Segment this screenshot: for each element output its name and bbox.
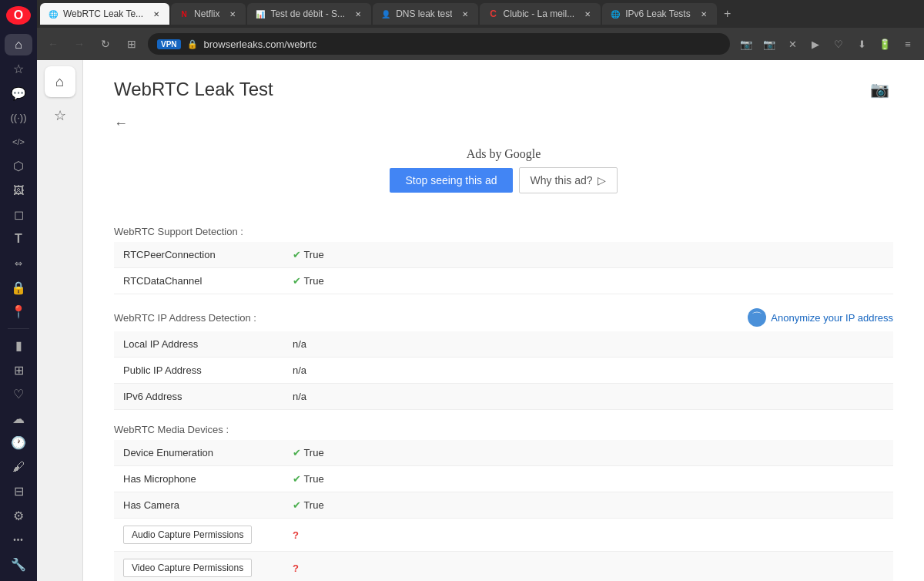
sidebar-divider xyxy=(8,328,29,329)
screenshot-icon[interactable]: 📷 xyxy=(736,34,756,54)
tab-clubic[interactable]: C Clubic - La meil... ✕ xyxy=(480,3,601,25)
sidebar-icon-star[interactable]: ☆ xyxy=(5,59,32,79)
browser-menu-button[interactable]: ⊞ xyxy=(122,34,142,54)
page-content: ⌂ ☆ WebRTC Leak Test 📷 ← Ads by Google S… xyxy=(37,60,924,581)
webrtc-ip-table: Local IP Address n/a Public IP Address n… xyxy=(114,331,893,410)
sidebar-icon-radio[interactable]: ((·)) xyxy=(5,107,32,128)
camera-icon[interactable]: 📷 xyxy=(759,34,779,54)
table-row: Has Camera ✔ True xyxy=(114,492,893,519)
address-actions: 📷 📷 ✕ ▶ ♡ ⬇ 🔋 ≡ xyxy=(736,34,918,54)
tab-close-webrtc[interactable]: ✕ xyxy=(151,8,162,19)
sidebar-icon-text[interactable]: T xyxy=(5,228,32,249)
device-enum-label: Device Enumeration xyxy=(114,440,283,466)
page-title: WebRTC Leak Test xyxy=(114,79,273,100)
sidebar-icon-extensions[interactable]: ⬡ xyxy=(5,156,32,176)
rtcdata-value: ✔ True xyxy=(283,268,893,294)
camera-action-icon[interactable]: 📷 xyxy=(865,76,893,103)
webrtc-media-heading: WebRTC Media Devices : xyxy=(114,416,893,440)
tab-netflix[interactable]: N Netflix ✕ xyxy=(171,3,246,25)
table-row: Public IP Address n/a xyxy=(114,358,893,384)
sidebar-icon-bars[interactable]: ▮ xyxy=(5,335,32,356)
sidebar-icon-heart[interactable]: ♡ xyxy=(5,384,32,405)
tab-close-debit[interactable]: ✕ xyxy=(353,8,363,19)
nordvpn-link[interactable]: ⌒ Anonymize your IP address xyxy=(748,308,893,327)
video-capture-button[interactable]: Video Capture Permissions xyxy=(123,559,252,577)
table-row: RTCPeerConnection ✔ True xyxy=(114,242,893,268)
tab-debit[interactable]: 📊 Test de débit - S... ✕ xyxy=(247,3,371,25)
tab-title-clubic: Clubic - La meil... xyxy=(503,8,574,19)
download-icon[interactable]: ⬇ xyxy=(852,34,872,54)
table-row: Has Microphone ✔ True xyxy=(114,466,893,492)
table-row: RTCDataChannel ✔ True xyxy=(114,268,893,294)
play-icon[interactable]: ▶ xyxy=(805,34,825,54)
rtcpeer-label: RTCPeerConnection xyxy=(114,242,283,268)
page-title-row: WebRTC Leak Test 📷 xyxy=(114,76,893,103)
panel-icon-home[interactable]: ⌂ xyxy=(45,66,75,97)
heart-icon[interactable]: ♡ xyxy=(829,34,849,54)
tab-close-dns[interactable]: ✕ xyxy=(460,8,470,19)
reload-button[interactable]: ↻ xyxy=(95,34,116,54)
sidebar-icon-wrench[interactable]: 🔧 xyxy=(5,553,32,574)
sidebar-icon-settings[interactable]: ⚙ xyxy=(5,505,32,526)
tab-title-dns: DNS leak test xyxy=(396,8,452,19)
opera-sidebar: O ⌂ ☆ 💬 ((·)) </> ⬡ 🖼 ◻ T ⇔ 🔒 📍 ▮ ⊞ ♡ ☁ … xyxy=(0,0,37,581)
sidebar-icon-more[interactable]: ••• xyxy=(5,529,32,550)
audio-capture-button[interactable]: Audio Capture Permissions xyxy=(123,526,252,544)
why-ad-label: Why this ad? xyxy=(531,174,593,186)
ipv6-label: IPv6 Address xyxy=(114,384,283,410)
main-page: WebRTC Leak Test 📷 ← Ads by Google Stop … xyxy=(83,60,924,581)
webrtc-media-table: Device Enumeration ✔ True Has Microphone… xyxy=(114,440,893,581)
nordvpn-icon: ⌒ xyxy=(748,308,766,327)
back-button[interactable]: ← xyxy=(43,34,63,54)
battery-icon[interactable]: 🔋 xyxy=(875,34,895,54)
stop-ad-button[interactable]: Stop seeing this ad xyxy=(390,168,512,193)
ads-by-text: Ads by xyxy=(467,147,502,160)
sidebar-icon-image[interactable]: 🖼 xyxy=(5,180,32,200)
webrtc-support-heading: WebRTC Support Detection : xyxy=(114,218,893,242)
tab-dns[interactable]: 👤 DNS leak test ✕ xyxy=(373,3,478,25)
sidebar-icon-windows[interactable]: ⊟ xyxy=(5,481,32,502)
opera-logo[interactable]: O xyxy=(6,6,31,25)
menu-icon[interactable]: ≡ xyxy=(898,34,918,54)
sidebar-icon-messenger[interactable]: 💬 xyxy=(5,82,32,103)
ipv6-value: n/a xyxy=(283,384,893,410)
ad-section: Ads by Google Stop seeing this ad Why th… xyxy=(114,138,893,203)
tab-bar: 🌐 WebRTC Leak Te... ✕ N Netflix ✕ 📊 Test… xyxy=(37,0,924,28)
tab-title-webrtc: WebRTC Leak Te... xyxy=(63,8,143,19)
sidebar-icon-grid[interactable]: ⊞ xyxy=(5,360,32,381)
webrtc-support-table: RTCPeerConnection ✔ True RTCDataChannel … xyxy=(114,242,893,294)
sidebar-icon-lock[interactable]: 🔒 xyxy=(5,277,32,297)
back-button-page[interactable]: ← xyxy=(114,116,893,132)
tab-ipv6[interactable]: 🌐 IPv6 Leak Tests ✕ xyxy=(602,3,717,25)
tab-close-netflix[interactable]: ✕ xyxy=(227,8,238,19)
url-text: browserleaks.com/webrtc xyxy=(204,39,317,50)
address-input[interactable]: VPN 🔒 browserleaks.com/webrtc xyxy=(148,33,730,55)
sidebar-icon-arrows[interactable]: ⇔ xyxy=(5,253,32,274)
why-ad-button[interactable]: Why this ad? ▷ xyxy=(519,167,618,193)
google-text: Google xyxy=(504,147,541,160)
public-ip-value: n/a xyxy=(283,358,893,384)
tab-close-clubic[interactable]: ✕ xyxy=(582,8,593,19)
tab-close-ipv6[interactable]: ✕ xyxy=(698,8,709,19)
webrtc-ip-heading: WebRTC IP Address Detection : xyxy=(114,312,256,324)
sidebar-icon-code[interactable]: </> xyxy=(5,131,32,152)
sidebar-icon-brush[interactable]: 🖌 xyxy=(5,456,32,477)
microphone-label: Has Microphone xyxy=(114,466,283,492)
rtcdata-label: RTCDataChannel xyxy=(114,268,283,294)
ads-by-google-label: Ads by Google xyxy=(123,147,884,161)
tab-favicon-clubic: C xyxy=(487,8,498,19)
sidebar-icon-steam[interactable]: ☁ xyxy=(5,408,32,428)
close-icon[interactable]: ✕ xyxy=(782,34,802,54)
forward-button[interactable]: → xyxy=(69,34,89,54)
sidebar-icon-cube[interactable]: ◻ xyxy=(5,204,32,225)
panel-icon-bookmark[interactable]: ☆ xyxy=(45,100,75,131)
sidebar-icon-clock[interactable]: 🕐 xyxy=(5,432,32,453)
ad-buttons: Stop seeing this ad Why this ad? ▷ xyxy=(123,167,884,193)
sidebar-icon-location[interactable]: 📍 xyxy=(5,301,32,322)
browser-panel: ⌂ ☆ xyxy=(37,60,83,581)
tab-favicon-webrtc: 🌐 xyxy=(48,8,59,19)
tab-webrtc[interactable]: 🌐 WebRTC Leak Te... ✕ xyxy=(40,3,169,25)
tab-add-button[interactable]: + xyxy=(718,5,737,23)
sidebar-icon-home[interactable]: ⌂ xyxy=(5,34,32,55)
table-row: Device Enumeration ✔ True xyxy=(114,440,893,466)
